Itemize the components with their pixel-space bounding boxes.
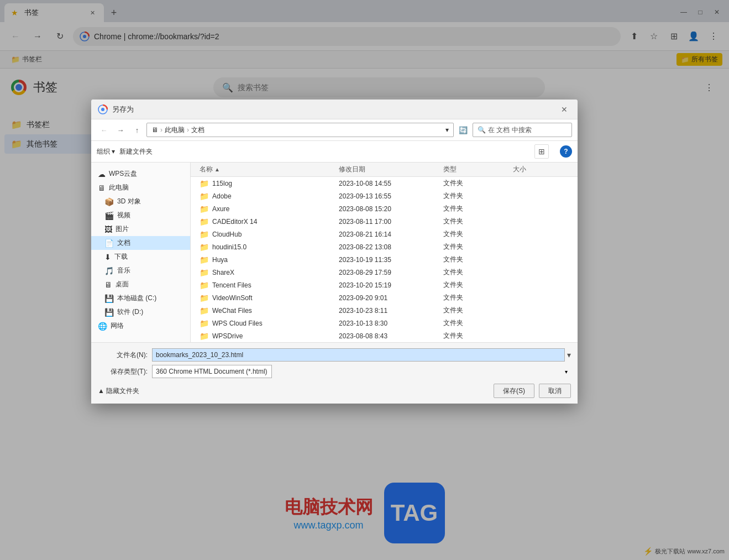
filename-input[interactable] xyxy=(152,348,565,362)
col-header-date[interactable]: 修改日期 xyxy=(339,165,443,174)
hidden-folders-toggle[interactable]: ▲ 隐藏文件夹 xyxy=(98,386,139,396)
folder-icon-small: 📁 xyxy=(200,179,209,188)
sidebar-network[interactable]: 🌐 网络 xyxy=(91,319,190,333)
filename-dropdown[interactable]: ▾ xyxy=(567,350,571,359)
file-date: 2023-08-11 17:00 xyxy=(339,218,443,226)
file-name: Huya xyxy=(212,256,228,264)
file-name: Tencent Files xyxy=(212,281,251,289)
dialog-close-button[interactable]: ✕ xyxy=(558,103,571,116)
file-name: 115log xyxy=(212,180,232,187)
desktop-icon: 🖥 xyxy=(104,280,112,289)
search-box-text: 在 文档 中搜索 xyxy=(488,125,532,135)
view-button[interactable]: ⊞ xyxy=(534,144,549,159)
file-date: 2023-10-08 14:55 xyxy=(339,180,443,187)
file-type: 文件夹 xyxy=(443,306,513,315)
table-row[interactable]: 📁 WeChat Files 2023-10-23 8:11 文件夹 xyxy=(191,304,578,317)
table-row[interactable]: 📁 houdini15.0 2023-08-22 13:08 文件夹 xyxy=(191,240,578,253)
folder-icon-small: 📁 xyxy=(200,255,209,264)
drive-d-icon: 💾 xyxy=(104,308,114,317)
sidebar-3d-objects[interactable]: 📦 3D 对象 xyxy=(91,195,190,208)
browser-window: ★ 书签 ✕ + — □ ✕ ← → ↻ Chrome | chrome://b… xyxy=(0,0,729,560)
file-date: 2023-08-08 15:20 xyxy=(339,205,443,213)
organize-button[interactable]: 组织 ▾ xyxy=(97,147,115,156)
col-header-name[interactable]: 名称 ▲ xyxy=(200,165,339,174)
col-header-type[interactable]: 类型 xyxy=(443,165,513,174)
table-row[interactable]: 📁 Tencent Files 2023-10-20 15:19 文件夹 xyxy=(191,279,578,291)
sidebar-drive-c[interactable]: 💾 本地磁盘 (C:) xyxy=(91,291,190,305)
file-type: 文件夹 xyxy=(443,331,513,341)
sidebar-downloads[interactable]: ⬇ 下载 xyxy=(91,250,190,264)
cancel-button[interactable]: 取消 xyxy=(539,384,571,398)
file-date: 2023-10-19 11:35 xyxy=(339,256,443,264)
file-date: 2023-09-13 16:55 xyxy=(339,192,443,200)
sort-arrow: ▲ xyxy=(214,166,220,172)
file-name: ShareX xyxy=(212,269,234,276)
desktop-label: 桌面 xyxy=(116,280,129,289)
table-row[interactable]: 📁 CloudHub 2023-08-21 16:14 文件夹 xyxy=(191,228,578,240)
file-name: CADEditorX 14 xyxy=(212,218,257,226)
filetype-select[interactable]: 360 Chrome HTML Document (*.html) xyxy=(152,365,272,378)
sidebar-pictures[interactable]: 🖼 图片 xyxy=(91,222,190,236)
file-list: 名称 ▲ 修改日期 类型 大小 📁 115log 2023-10-08 14:5… xyxy=(191,163,578,342)
folder-icon-small: 📁 xyxy=(200,192,209,201)
wps-cloud-icon: ☁ xyxy=(98,170,106,179)
folder-icon-small: 📁 xyxy=(200,306,209,315)
sidebar-music[interactable]: 🎵 音乐 xyxy=(91,264,190,278)
this-pc-icon: 🖥 xyxy=(98,184,106,192)
file-rows: 📁 115log 2023-10-08 14:55 文件夹 📁 Adobe 20… xyxy=(191,177,578,342)
sidebar-drive-d[interactable]: 💾 软件 (D:) xyxy=(91,305,190,319)
table-row[interactable]: 📁 Huya 2023-10-19 11:35 文件夹 xyxy=(191,253,578,266)
file-name: houdini15.0 xyxy=(212,243,247,251)
sidebar-documents[interactable]: 📄 文档 xyxy=(91,236,190,250)
sidebar-this-pc[interactable]: 🖥 此电脑 xyxy=(91,181,190,195)
breadcrumb-pc-icon: 🖥 xyxy=(151,126,158,134)
table-row[interactable]: 📁 Adobe 2023-09-13 16:55 文件夹 xyxy=(191,190,578,202)
help-button[interactable]: ? xyxy=(560,145,572,158)
file-date: 2023-08-21 16:14 xyxy=(339,231,443,238)
file-name: VideoWinSoft xyxy=(212,294,253,302)
table-row[interactable]: 📁 VideoWinSoft 2023-09-20 9:01 文件夹 xyxy=(191,291,578,304)
dialog-overlay: 另存为 ✕ ← → ↑ 🖥 › 此电脑 › 文档 ▾ 🔄 🔍 xyxy=(0,0,729,560)
folder-icon-small: 📁 xyxy=(200,205,209,213)
breadcrumb-docs-label[interactable]: 文档 xyxy=(191,125,204,135)
file-name: WPS Cloud Files xyxy=(212,320,263,327)
table-row[interactable]: 📁 WPS Cloud Files 2023-10-13 8:30 文件夹 xyxy=(191,317,578,329)
table-row[interactable]: 📁 115log 2023-10-08 14:55 文件夹 xyxy=(191,177,578,190)
file-type: 文件夹 xyxy=(443,255,513,264)
col-header-size[interactable]: 大小 xyxy=(513,165,569,174)
table-row[interactable]: 📁 Axure 2023-08-08 15:20 文件夹 xyxy=(191,202,578,215)
dialog-title: 另存为 xyxy=(112,104,558,114)
pictures-icon: 🖼 xyxy=(104,225,112,234)
sidebar-wps-cloud[interactable]: ☁ WPS云盘 xyxy=(91,167,190,181)
table-row[interactable]: 📁 ShareX 2023-08-29 17:59 文件夹 xyxy=(191,266,578,279)
breadcrumb-dropdown[interactable]: ▾ xyxy=(445,126,449,134)
file-name: WeChat Files xyxy=(212,307,252,315)
file-date: 2023-09-20 9:01 xyxy=(339,294,443,302)
file-list-header: 名称 ▲ 修改日期 类型 大小 xyxy=(191,163,578,177)
sidebar-video[interactable]: 🎬 视频 xyxy=(91,208,190,222)
search-box-icon: 🔍 xyxy=(478,126,486,134)
file-forward-button[interactable]: → xyxy=(113,123,128,137)
pictures-label: 图片 xyxy=(116,224,129,234)
folder-icon-small: 📁 xyxy=(200,281,209,290)
save-button[interactable]: 保存(S) xyxy=(494,384,534,398)
file-type: 文件夹 xyxy=(443,268,513,277)
table-row[interactable]: 📁 WPSDrive 2023-08-08 8:43 文件夹 xyxy=(191,329,578,342)
file-back-button[interactable]: ← xyxy=(97,123,111,137)
new-folder-button[interactable]: 新建文件夹 xyxy=(119,147,153,156)
refresh-button[interactable]: 🔄 xyxy=(456,123,470,137)
dialog-title-bar: 另存为 ✕ xyxy=(91,100,578,119)
search-box[interactable]: 🔍 在 文档 中搜索 xyxy=(473,123,572,137)
sidebar-desktop[interactable]: 🖥 桌面 xyxy=(91,278,190,291)
file-up-button[interactable]: ↑ xyxy=(130,123,144,137)
folder-icon-small: 📁 xyxy=(200,319,209,328)
3d-objects-label: 3D 对象 xyxy=(117,197,141,206)
file-date: 2023-08-22 13:08 xyxy=(339,243,443,251)
breadcrumb-path: 🖥 › 此电脑 › 文档 ▾ xyxy=(146,123,454,137)
breadcrumb-sep2: › xyxy=(187,126,189,134)
breadcrumb-pc-label[interactable]: 此电脑 xyxy=(165,125,185,135)
table-row[interactable]: 📁 CADEditorX 14 2023-08-11 17:00 文件夹 xyxy=(191,215,578,228)
dialog-footer: ▲ 隐藏文件夹 保存(S) 取消 xyxy=(98,384,571,398)
video-icon: 🎬 xyxy=(104,211,114,220)
music-label: 音乐 xyxy=(117,266,130,275)
